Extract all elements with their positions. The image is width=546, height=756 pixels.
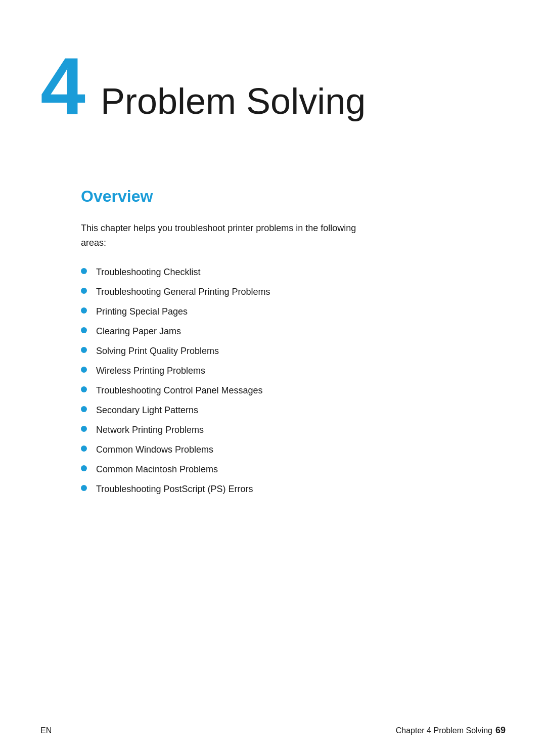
list-item: Printing Special Pages [81,305,506,319]
list-item-label: Clearing Paper Jams [96,325,181,338]
page: 4 Problem Solving Overview This chapter … [0,0,546,756]
bullet-dot-icon [81,446,87,452]
list-item-label: Solving Print Quality Problems [96,344,219,358]
list-item-label: Troubleshooting PostScript (PS) Errors [96,482,253,496]
list-item: Secondary Light Patterns [81,404,506,417]
list-item-label: Common Windows Problems [96,443,213,457]
list-item-label: Troubleshooting Checklist [96,265,200,279]
bullet-dot-icon [81,327,87,333]
bullet-dot-icon [81,307,87,314]
chapter-number: 4 [40,46,85,126]
list-item-label: Troubleshooting General Printing Problem… [96,285,270,299]
bullet-list: Troubleshooting ChecklistTroubleshooting… [81,265,506,496]
bullet-dot-icon [81,386,87,392]
bullet-dot-icon [81,465,87,471]
footer-page-number: 69 [495,725,506,735]
list-item-label: Printing Special Pages [96,305,188,319]
footer-right: Chapter 4 Problem Solving69 [396,725,506,736]
list-item: Wireless Printing Problems [81,364,506,378]
list-item-label: Secondary Light Patterns [96,404,198,417]
bullet-dot-icon [81,268,87,274]
list-item: Troubleshooting General Printing Problem… [81,285,506,299]
footer-chapter-text: Chapter 4 Problem Solving [396,726,492,735]
bullet-dot-icon [81,288,87,294]
list-item: Common Windows Problems [81,443,506,457]
bullet-dot-icon [81,406,87,412]
list-item: Troubleshooting Control Panel Messages [81,384,506,397]
bullet-dot-icon [81,367,87,373]
list-item-label: Network Printing Problems [96,423,204,437]
list-item: Clearing Paper Jams [81,325,506,338]
footer-left: EN [40,726,52,735]
chapter-title: Problem Solving [101,81,366,121]
bullet-dot-icon [81,347,87,353]
section-title: Overview [81,187,506,206]
list-item-label: Wireless Printing Problems [96,364,205,378]
list-item-label: Troubleshooting Control Panel Messages [96,384,263,397]
list-item: Solving Print Quality Problems [81,344,506,358]
bullet-dot-icon [81,485,87,491]
list-item: Common Macintosh Problems [81,463,506,476]
list-item: Network Printing Problems [81,423,506,437]
footer: EN Chapter 4 Problem Solving69 [40,725,506,736]
list-item-label: Common Macintosh Problems [96,463,218,476]
overview-section: Overview This chapter helps you troubles… [40,187,506,496]
list-item: Troubleshooting PostScript (PS) Errors [81,482,506,496]
chapter-header: 4 Problem Solving [40,30,506,126]
bullet-dot-icon [81,426,87,432]
intro-text: This chapter helps you troubleshoot prin… [81,221,374,250]
list-item: Troubleshooting Checklist [81,265,506,279]
